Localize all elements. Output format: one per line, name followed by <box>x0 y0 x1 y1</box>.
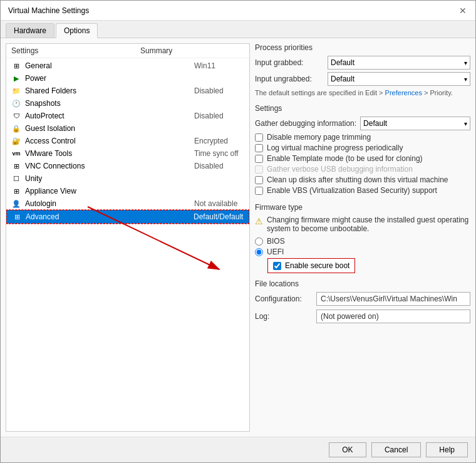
snapshots-label: Snapshots <box>25 99 190 108</box>
vmware-tools-icon: vm <box>11 148 21 159</box>
list-item-advanced[interactable]: ⊞ Advanced Default/Default <box>6 210 249 224</box>
vnc-label: VNC Connections <box>25 162 190 170</box>
verbose-usb-checkbox <box>255 165 263 174</box>
config-row: Configuration: C:\Users\VenusGirl\Virtua… <box>255 292 470 306</box>
tab-options[interactable]: Options <box>56 23 98 38</box>
power-label: Power <box>25 74 190 83</box>
shared-folders-icon: 📁 <box>11 86 21 96</box>
clean-disks-checkbox[interactable] <box>255 176 263 184</box>
tab-hardware[interactable]: Hardware <box>6 23 54 38</box>
advanced-label: Advanced <box>26 212 190 221</box>
firmware-warning: ⚠ Changing firmware might cause the inst… <box>255 216 470 233</box>
uefi-radio-row: UEFI <box>255 247 470 256</box>
left-panel: Settings Summary ⊞ General Win11 ▶ Power… <box>6 43 250 432</box>
config-label: Configuration: <box>255 294 311 303</box>
title-bar: Virtual Machine Settings ✕ <box>1 1 475 21</box>
gather-debug-select-wrapper[interactable]: Default ▾ <box>360 117 470 130</box>
input-ungrabbed-row: Input ungrabbed: Default ▾ <box>255 72 470 86</box>
list-item-snapshots[interactable]: 🕐 Snapshots <box>6 97 249 110</box>
list-item-unity[interactable]: ☐ Unity <box>6 172 249 185</box>
gather-debug-select[interactable]: Default <box>361 117 470 130</box>
input-grabbed-select[interactable]: Default <box>328 56 470 69</box>
log-row: Log: (Not powered on) <box>255 310 470 323</box>
checkbox-template-mode: Enable Template mode (to be used for clo… <box>255 154 470 163</box>
disable-memory-checkbox[interactable] <box>255 133 263 142</box>
input-ungrabbed-label: Input ungrabbed: <box>255 75 324 83</box>
list-item-vnc[interactable]: ⊞ VNC Connections Disabled <box>6 160 249 172</box>
list-item-power[interactable]: ▶ Power <box>6 72 249 85</box>
help-button[interactable]: Help <box>426 442 468 457</box>
file-locations-section: File locations Configuration: C:\Users\V… <box>255 279 470 327</box>
uefi-radio[interactable] <box>255 248 263 256</box>
bios-label: BIOS <box>267 237 285 246</box>
autologin-summary: Not available <box>194 199 244 208</box>
template-mode-checkbox[interactable] <box>255 155 263 163</box>
col-summary-label: Summary <box>115 46 244 55</box>
virtual-machine-settings-window: Virtual Machine Settings ✕ Hardware Opti… <box>0 0 476 463</box>
input-grabbed-label: Input grabbed: <box>255 58 324 67</box>
enable-vbs-checkbox[interactable] <box>255 187 263 195</box>
list-item-vmware-tools[interactable]: vm VMware Tools Time sync off <box>6 147 249 160</box>
log-progress-checkbox[interactable] <box>255 144 263 152</box>
col-settings-label: Settings <box>11 46 115 55</box>
input-ungrabbed-select[interactable]: Default <box>328 73 470 85</box>
firmware-title: Firmware type <box>255 203 470 212</box>
gather-debug-row: Gather debugging information: Default ▾ <box>255 117 470 130</box>
unity-label: Unity <box>25 174 190 183</box>
disable-memory-label: Disable memory page trimming <box>267 133 371 142</box>
template-mode-label: Enable Template mode (to be used for clo… <box>267 154 423 163</box>
unity-icon: ☐ <box>11 174 21 184</box>
tab-bar: Hardware Options <box>1 21 475 38</box>
log-progress-label: Log virtual machine progress periodicall… <box>267 143 403 152</box>
advanced-icon: ⊞ <box>12 212 22 222</box>
checkbox-clean-disks: Clean up disks after shutting down this … <box>255 175 470 184</box>
settings-list: ⊞ General Win11 ▶ Power 📁 Shared Folders… <box>6 58 249 431</box>
clean-disks-label: Clean up disks after shutting down this … <box>267 175 448 184</box>
log-label: Log: <box>255 312 311 321</box>
checkbox-verbose-usb: Gather verbose USB debugging information <box>255 165 470 174</box>
shared-folders-label: Shared Folders <box>25 86 190 95</box>
ok-button[interactable]: OK <box>329 442 366 457</box>
right-panel: Process priorities Input grabbed: Defaul… <box>255 43 470 432</box>
warning-icon: ⚠ <box>255 216 263 226</box>
left-panel-header: Settings Summary <box>6 44 249 58</box>
access-control-icon: 🔐 <box>11 136 21 146</box>
checkbox-enable-vbs: Enable VBS (Virtualization Based Securit… <box>255 186 470 195</box>
input-grabbed-row: Input grabbed: Default ▾ <box>255 56 470 70</box>
preferences-link[interactable]: Preferences <box>385 89 422 96</box>
gather-debug-label: Gather debugging information: <box>255 119 356 128</box>
list-item-autologin[interactable]: 👤 Autologin Not available <box>6 197 249 210</box>
autologin-label: Autologin <box>25 199 190 208</box>
list-item-access-control[interactable]: 🔐 Access Control Encrypted <box>6 135 249 147</box>
general-label: General <box>25 61 190 70</box>
appliance-view-label: Appliance View <box>25 187 190 195</box>
guest-isolation-label: Guest Isolation <box>25 124 190 133</box>
power-icon: ▶ <box>11 73 21 83</box>
secure-boot-checkbox[interactable] <box>273 262 281 270</box>
general-icon: ⊞ <box>11 61 21 71</box>
settings-section-title: Settings <box>255 104 470 113</box>
vnc-icon: ⊞ <box>11 161 21 171</box>
list-item-general[interactable]: ⊞ General Win11 <box>6 60 249 72</box>
input-ungrabbed-select-wrapper[interactable]: Default ▾ <box>328 72 470 86</box>
input-grabbed-select-wrapper[interactable]: Default ▾ <box>328 56 470 70</box>
checkbox-disable-memory: Disable memory page trimming <box>255 133 470 142</box>
firmware-section: Firmware type ⚠ Changing firmware might … <box>255 203 470 273</box>
list-item-guest-isolation[interactable]: 🔒 Guest Isolation <box>6 122 249 135</box>
content-area: Settings Summary ⊞ General Win11 ▶ Power… <box>1 38 475 437</box>
close-button[interactable]: ✕ <box>458 6 468 16</box>
access-control-summary: Encrypted <box>194 137 244 145</box>
list-item-shared-folders[interactable]: 📁 Shared Folders Disabled <box>6 85 249 97</box>
bios-radio[interactable] <box>255 237 263 246</box>
cancel-button[interactable]: Cancel <box>371 442 421 457</box>
autologin-icon: 👤 <box>11 199 21 209</box>
list-item-appliance-view[interactable]: ⊞ Appliance View <box>6 185 249 197</box>
appliance-view-icon: ⊞ <box>11 186 21 196</box>
bios-radio-row: BIOS <box>255 237 470 246</box>
checkbox-log-progress: Log virtual machine progress periodicall… <box>255 143 470 152</box>
snapshots-icon: 🕐 <box>11 98 21 108</box>
general-summary: Win11 <box>194 61 244 70</box>
uefi-label: UEFI <box>267 247 284 256</box>
list-item-autoprotect[interactable]: 🛡 AutoProtect Disabled <box>6 110 249 122</box>
settings-section: Settings Gather debugging information: D… <box>255 104 470 197</box>
